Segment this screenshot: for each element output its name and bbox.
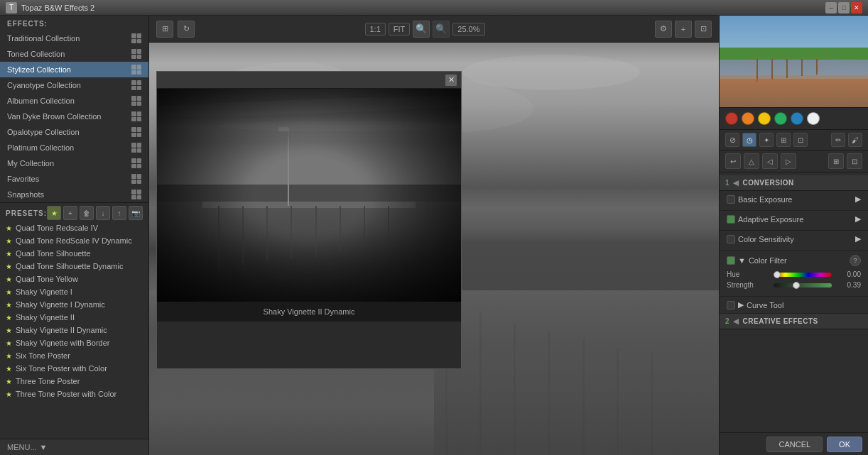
curve-tool-label-container[interactable]: ▶ Curve Tool [727,300,861,309]
fwd-button[interactable]: ▷ [781,153,796,169]
creative-effects-section-header[interactable]: 2 ◀ CREATIVE EFFECTS [720,314,868,329]
effects-item-my[interactable]: My Collection [0,155,148,171]
pen-icon[interactable]: ✏ [831,133,845,147]
basic-exposure-expand[interactable]: ▶ [855,194,861,204]
zoom-out-button[interactable]: 🔍 [433,21,450,38]
color-filter-help-button[interactable]: ? [850,255,861,266]
hue-slider-fill [774,273,832,277]
view-icon[interactable]: ⊡ [793,133,808,147]
color-dot-yellow[interactable] [758,112,771,125]
preset-star-button[interactable]: ★ [47,206,61,220]
zoom-level-label[interactable]: 25.0% [452,23,484,35]
effects-item-toned[interactable]: Toned Collection [0,46,148,62]
effects-item-stylized[interactable]: Stylized Collection [0,62,148,77]
main-container: EFFECTS: Traditional CollectionToned Col… [0,16,868,455]
right-panel: ⊘ ◷ ✦ ⊞ ⊡ ✏ 🖌 ↩ △ ◁ ▷ ⊞ ⊡ 1 ◀ CONVERSION [719,16,868,455]
color-sensitivity-checkbox[interactable] [727,235,735,243]
strength-slider-thumb[interactable] [793,282,800,289]
refresh-button[interactable]: ↻ [178,21,195,38]
effects-item-traditional[interactable]: Traditional Collection [0,31,148,46]
list-item[interactable]: ★Quad Tone Silhouette [0,247,148,260]
creative-label: CREATIVE EFFECTS [743,317,818,325]
list-item[interactable]: ★Six Tone Poster [0,349,148,362]
back-button[interactable]: ↩ [725,153,741,169]
strength-label: Strength [727,281,769,289]
grid-view-button[interactable]: ⊞ [156,21,173,38]
color-filter-label-container: ▼ Color Filter [727,256,787,265]
color-sensitivity-expand[interactable]: ▶ [855,234,861,243]
adaptive-exposure-checkbox[interactable] [727,215,735,224]
cancel-button[interactable]: CANCEL [766,437,823,452]
preset-item-label: Three Tone Poster with Color [16,390,116,398]
color-dot-green[interactable] [774,112,787,125]
color-filter-expand[interactable]: ▼ [738,256,746,265]
zoom-fit-label[interactable]: FIT [389,23,411,35]
list-item[interactable]: ★Three Tone Poster [0,375,148,388]
preset-export-button[interactable]: ↑ [112,206,126,220]
adaptive-exposure-expand[interactable]: ▶ [855,214,861,224]
color-dot-orange[interactable] [742,112,754,125]
color-filter-checkbox[interactable] [727,256,735,265]
basic-exposure-label[interactable]: Basic Exposure ▶ [727,194,861,204]
fullscreen-icon[interactable]: ⊡ [847,153,862,169]
color-sensitivity-label[interactable]: Color Sensitivity ▶ [727,234,861,243]
curve-tool-expand[interactable]: ▶ [738,300,744,309]
preset-delete-button[interactable]: 🗑 [80,206,94,220]
menu-button[interactable]: MENU... ▼ [0,439,148,455]
effects-item-opalotype[interactable]: Opalotype Collection [0,124,148,140]
adaptive-exposure-label[interactable]: Adaptive Exposure ▶ [727,214,861,224]
effects-item-favorites[interactable]: Favorites [0,171,148,187]
dialog-close-button[interactable]: ✕ [445,75,457,86]
curve-tool-checkbox[interactable] [727,301,735,309]
list-item[interactable]: ★Quad Tone RedScale IV Dynamic [0,234,148,247]
settings-button[interactable]: ⚙ [655,21,672,38]
hue-slider-track[interactable] [774,273,832,277]
prev-button[interactable]: ◁ [762,153,778,169]
preset-camera-button[interactable]: 📷 [129,206,143,220]
curve-tool-section: ▶ Curve Tool [720,297,868,314]
list-item[interactable]: ★Six Tone Poster with Color [0,362,148,375]
color-dot-blue[interactable] [791,112,803,125]
up-button[interactable]: △ [744,153,759,169]
list-item[interactable]: ★Shaky Vignette I [0,285,148,298]
color-dot-red[interactable] [725,112,738,125]
list-item[interactable]: ★Shaky Vignette II [0,311,148,324]
minimize-button[interactable]: ─ [825,2,837,13]
maximize-button[interactable]: □ [838,2,850,13]
list-item[interactable]: ★Three Tone Poster with Color [0,388,148,400]
effects-item-cyanotype[interactable]: Cyanotype Collection [0,77,148,93]
view-button[interactable]: ⊡ [695,21,712,38]
list-item[interactable]: ★Quad Tone Redscale IV [0,221,148,234]
preset-import-button[interactable]: ↓ [96,206,110,220]
list-item[interactable]: ★Quad Tone Silhouette Dynamic [0,260,148,273]
preset-add-button[interactable]: + [63,206,77,220]
list-item[interactable]: ★Shaky Vignette with Border [0,336,148,349]
add-button[interactable]: + [675,21,692,38]
history-icon[interactable]: ◷ [742,133,756,147]
sun-icon[interactable]: ✦ [759,133,774,147]
effects-item-albumen[interactable]: Albumen Collection [0,93,148,109]
strength-slider-track[interactable] [774,283,832,287]
effects-item-grid-my [131,158,141,168]
color-dot-white[interactable] [807,112,820,125]
list-item[interactable]: ★Shaky Vignette I Dynamic [0,298,148,311]
hue-slider-thumb[interactable] [774,271,781,278]
grid-icon[interactable]: ⊞ [776,133,791,147]
list-item[interactable]: ★Quad Tone Yellow [0,273,148,285]
zoom-11-label[interactable]: 1:1 [365,23,386,35]
effects-item-vandyke[interactable]: Van Dyke Brown Collection [0,109,148,124]
list-item[interactable]: ★Shaky Vignette II Dynamic [0,324,148,336]
zoom-in-button[interactable]: 🔍 [413,21,430,38]
basic-exposure-checkbox[interactable] [727,195,735,204]
effects-item-grid-vandyke [131,111,141,121]
brush-icon[interactable]: 🖌 [848,133,862,147]
adaptive-exposure-item: Adaptive Exposure ▶ [720,211,868,231]
expand-icon[interactable]: ⊞ [828,153,844,169]
strength-slider-row: Strength 0.39 [727,281,861,289]
conversion-section-header[interactable]: 1 ◀ CONVERSION [720,175,868,191]
mask-icon[interactable]: ⊘ [725,133,739,147]
effects-item-snapshots[interactable]: Snapshots [0,187,148,202]
close-button[interactable]: ✕ [851,2,862,13]
ok-button[interactable]: OK [827,437,862,452]
effects-item-platinum[interactable]: Platinum Collection [0,140,148,155]
